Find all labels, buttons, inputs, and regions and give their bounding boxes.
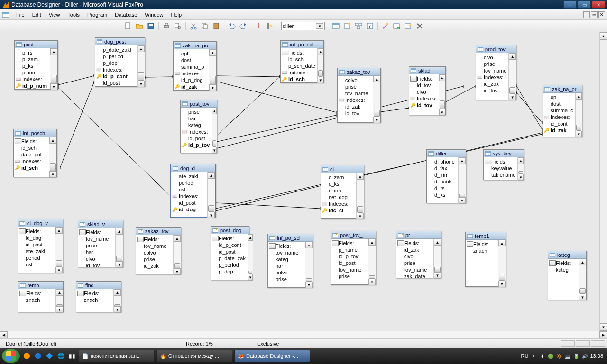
scroll-up[interactable]: ▲ [49, 137, 56, 144]
scroll-thumb[interactable] [374, 110, 380, 117]
field-row[interactable]: id_cont [551, 120, 573, 127]
table-title[interactable]: inf_po_scl [281, 41, 323, 48]
table-scrollbar[interactable]: ▲▼ [115, 228, 123, 268]
field-row[interactable]: colvo [276, 269, 303, 276]
field-row[interactable]: Fields: [21, 138, 47, 145]
field-list[interactable]: Fields:kateg [548, 259, 579, 300]
scroll-down[interactable]: ▼ [174, 268, 181, 275]
field-row[interactable]: id_post [103, 80, 135, 86]
field-row[interactable]: znach [473, 247, 496, 254]
field-row[interactable]: ate_zakl [179, 173, 205, 180]
field-row[interactable]: id_zak [345, 103, 371, 110]
table-scrollbar[interactable]: ▲▼ [368, 239, 376, 285]
edittable-button[interactable] [404, 21, 413, 31]
field-row[interactable]: id_sch [21, 145, 47, 151]
field-row[interactable]: id_p_tov [188, 142, 210, 148]
field-row[interactable]: tov_name [484, 67, 506, 74]
table-title[interactable]: temp [18, 282, 63, 289]
menu-tools[interactable]: Tools [64, 11, 83, 18]
field-row[interactable]: id_zak [484, 81, 506, 87]
table-scrollbar[interactable]: ▲▼ [498, 240, 506, 287]
field-row[interactable]: prise [404, 260, 432, 266]
scroll-thumb[interactable] [56, 304, 63, 306]
scroll-thumb[interactable] [440, 100, 445, 109]
scroll-up[interactable]: ▲ [579, 259, 586, 265]
scroll-thumb[interactable] [138, 72, 144, 81]
run-button[interactable]: ! [254, 21, 264, 31]
table-post[interactable]: postp_rsp_zamp_ksp_innIndexes:id_p_num▲▼ [14, 40, 58, 90]
scroll-up[interactable]: ▲ [209, 49, 216, 56]
table-title[interactable]: post_tov [181, 100, 217, 108]
table-scrollbar[interactable]: ▲▼ [373, 76, 380, 123]
scroll-thumb[interactable] [518, 171, 523, 174]
scroll-up[interactable]: ▲ [138, 46, 145, 52]
field-row[interactable]: Fields: [404, 240, 432, 246]
table-scrollbar[interactable]: ▲▼ [212, 108, 217, 154]
field-list[interactable]: Fields:id_zakclvoprisetov_namezak_date [396, 239, 433, 279]
scroll-up[interactable]: ▲ [174, 235, 181, 242]
table-title[interactable]: inf_po_scl [268, 234, 313, 242]
scroll-up[interactable]: ▲ [518, 157, 524, 164]
scroll-thumb[interactable] [434, 267, 441, 272]
scroll-track[interactable] [49, 144, 56, 171]
field-row[interactable]: tov_name [339, 266, 366, 273]
field-list[interactable]: c_zamc_ksc_innnet_dogIndexes:idc_cl [321, 173, 356, 219]
field-row[interactable]: id_post [26, 241, 53, 248]
scroll-track[interactable] [56, 296, 63, 306]
field-row[interactable]: ate_zakl [26, 248, 53, 255]
field-row[interactable]: id_zak [404, 246, 432, 253]
scroll-thumb[interactable] [369, 275, 375, 279]
table-title[interactable]: post_tov_ [331, 231, 376, 239]
scroll-up[interactable]: ▲ [50, 48, 57, 55]
scroll-up[interactable]: ▲ [248, 234, 253, 241]
table-title[interactable]: pr [396, 231, 441, 239]
field-row[interactable]: id_post [339, 260, 366, 266]
designer-canvas[interactable]: postp_rsp_zamp_ksp_innIndexes:id_p_num▲▼… [0, 32, 607, 331]
field-row[interactable]: opl [181, 50, 207, 57]
scroll-thumb[interactable] [499, 274, 505, 281]
copy-button[interactable] [200, 21, 210, 31]
scroll-track[interactable] [209, 56, 216, 84]
scroll-down[interactable]: ▼ [576, 131, 582, 137]
scroll-thumb[interactable] [509, 87, 515, 94]
field-row[interactable]: id_p_cont [219, 242, 246, 248]
scroll-left[interactable]: ◀ [0, 331, 8, 338]
scroll-thumb[interactable] [306, 278, 312, 282]
scroll-down[interactable]: ▼ [138, 81, 145, 87]
scroll-thumb[interactable] [357, 206, 363, 213]
field-row[interactable]: p_ks [22, 63, 48, 69]
menu-window[interactable]: Window [141, 11, 167, 18]
field-row[interactable]: Fields: [84, 290, 111, 297]
scroll-up[interactable]: ▲ [459, 157, 466, 164]
field-list[interactable]: Fields:znach [466, 240, 498, 287]
field-row[interactable]: id_post [179, 200, 205, 206]
scroll-track[interactable] [368, 246, 376, 279]
field-list[interactable]: ate_zaklperioduslIndexes:id_postid_dog [171, 172, 207, 218]
scroll-track[interactable] [439, 81, 445, 109]
ql-icon[interactable]: 🔵 [33, 351, 43, 361]
menu-database[interactable]: Database [111, 11, 141, 18]
field-row[interactable]: Indexes: [551, 114, 573, 120]
field-list[interactable]: Fields:id_tovclvoIndexes:id_tov [409, 74, 439, 116]
scroll-thumb[interactable] [208, 205, 214, 212]
field-row[interactable]: prise [144, 256, 171, 263]
table-title[interactable]: sklad_v [78, 220, 123, 228]
scroll-up[interactable]: ▲ [600, 32, 607, 40]
maximize-button[interactable]: ▭ [578, 1, 591, 9]
scroll-thumb[interactable] [114, 304, 120, 306]
autoform-button[interactable] [342, 21, 352, 31]
table-cl[interactable]: clc_zamc_ksc_innnet_dogIndexes:idc_cl▲▼ [321, 165, 364, 219]
scroll-down[interactable]: ▼ [50, 83, 57, 90]
field-row[interactable]: Fields: [339, 240, 366, 246]
field-list[interactable]: Fields:tov_namepriseharclvoid_tov [78, 228, 115, 268]
table-title[interactable]: dog_cl [171, 164, 215, 172]
scroll-down[interactable]: ▼ [209, 84, 216, 91]
field-row[interactable]: prise [276, 276, 303, 282]
field-row[interactable]: id_zak [551, 127, 573, 134]
mdi-close-button[interactable]: ✕ [598, 11, 605, 18]
menu-program[interactable]: Program [83, 11, 111, 18]
scroll-track[interactable] [116, 235, 123, 261]
scroll-thumb[interactable] [579, 288, 586, 294]
scroll-track[interactable] [357, 180, 364, 213]
field-row[interactable]: p_period [219, 262, 246, 268]
